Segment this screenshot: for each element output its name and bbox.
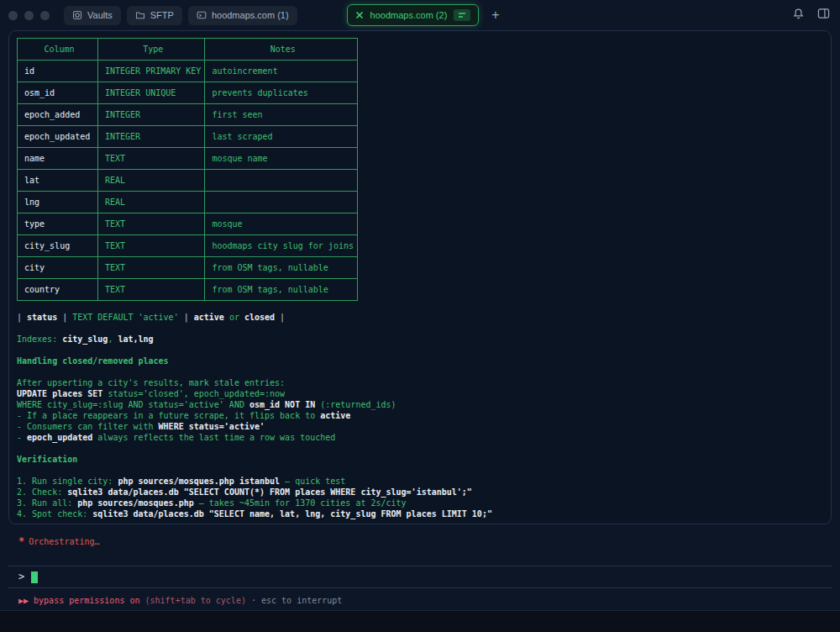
table-row: epoch_updatedINTEGERlast scraped	[18, 126, 358, 148]
tab-label: SFTP	[150, 10, 174, 20]
terminal-line: - epoch_updated always reflects the last…	[17, 432, 823, 443]
table-row: osm_idINTEGER UNIQUEprevents duplicates	[18, 82, 358, 104]
bottom-strip	[0, 610, 840, 632]
terminal-line: Verification	[17, 454, 823, 465]
terminal-output: Column Type Notes idINTEGER PRIMARY KEYa…	[8, 30, 832, 524]
statusbar: ▶▶ bypass permissions on (shift+tab to c…	[0, 588, 840, 606]
table-row: countryTEXTfrom OSM tags, nullable	[18, 279, 358, 301]
bell-icon[interactable]	[792, 8, 805, 24]
table-row: city_slugTEXThoodmaps city slug for join…	[18, 235, 358, 257]
terminal-line: | status | TEXT DEFAULT 'active' | activ…	[17, 312, 823, 323]
terminal-lines: | status | TEXT DEFAULT 'active' | activ…	[17, 301, 823, 519]
panel-toggle-icon[interactable]	[817, 8, 830, 23]
terminal-line: 4. Spot check: sqlite3 data/places.db "S…	[17, 508, 823, 519]
tab-vaults[interactable]: Vaults	[64, 6, 121, 25]
topbar: Vaults SFTP hoodmaps.com (1) hoodmaps.co…	[0, 0, 840, 30]
terminal-line	[17, 323, 823, 334]
app-window: Vaults SFTP hoodmaps.com (1) hoodmaps.co…	[0, 0, 840, 632]
tab-hoodmaps-1[interactable]: hoodmaps.com (1)	[188, 6, 297, 25]
prompt-input[interactable]: >	[8, 566, 832, 588]
text-cursor	[31, 571, 38, 583]
table-row: epoch_addedINTEGERfirst seen	[18, 104, 358, 126]
terminal-line: After upserting a city's results, mark s…	[17, 377, 823, 388]
terminal-line	[17, 345, 823, 356]
vault-icon	[72, 10, 82, 20]
minimize-window-button[interactable]	[24, 11, 34, 20]
terminal-line	[17, 465, 823, 476]
table-row: idINTEGER PRIMARY KEYautoincrement	[18, 61, 358, 82]
terminal-line	[17, 366, 823, 377]
zoom-window-button[interactable]	[40, 11, 50, 20]
terminal-line	[17, 443, 823, 454]
terminal-icon	[197, 10, 207, 20]
tab-label: hoodmaps.com (2)	[370, 10, 448, 20]
session-badge-icon	[454, 9, 470, 21]
terminal-line: Handling closed/removed places	[17, 356, 823, 366]
column-header: Notes	[205, 39, 358, 61]
terminal-line: - If a place reappears in a future scrap…	[17, 410, 823, 421]
agent-status-row: *Orchestrating…	[18, 536, 840, 547]
terminal-line: 1. Run single city: php sources/mosques.…	[17, 476, 823, 487]
terminal-line: WHERE city_slug=:slug AND status='active…	[17, 399, 823, 410]
statusbar-text: ▶▶ bypass permissions on (shift+tab to c…	[18, 596, 342, 605]
table-row: latREAL	[18, 170, 358, 192]
terminal-line	[17, 301, 823, 312]
column-header: Type	[98, 39, 205, 61]
table-row: cityTEXTfrom OSM tags, nullable	[18, 257, 358, 279]
table-row: typeTEXTmosque	[18, 213, 358, 235]
terminal-line: - Consumers can filter with WHERE status…	[17, 421, 823, 432]
table-row: lngREAL	[18, 192, 358, 213]
terminal-line: 3. Run all: php sources/mosques.php — ta…	[17, 498, 823, 508]
column-header: Column	[18, 39, 98, 61]
close-tab-icon[interactable]	[355, 11, 364, 19]
spinner-icon: *	[18, 535, 24, 547]
close-window-button[interactable]	[8, 11, 18, 20]
folder-icon	[135, 10, 145, 20]
table-row: nameTEXTmosque name	[18, 148, 358, 170]
table-header-row: Column Type Notes	[18, 39, 358, 61]
terminal-line: UPDATE places SET status='closed', epoch…	[17, 388, 823, 399]
window-controls	[8, 11, 50, 20]
prompt-symbol: >	[18, 571, 24, 582]
schema-table-body: idINTEGER PRIMARY KEYautoincrementosm_id…	[18, 61, 358, 301]
terminal-line: Indexes: city_slug, lat,lng	[17, 334, 823, 345]
schema-table: Column Type Notes idINTEGER PRIMARY KEYa…	[17, 38, 358, 301]
terminal-line: 2. Check: sqlite3 data/places.db "SELECT…	[17, 487, 823, 498]
new-tab-button[interactable]: +	[491, 8, 499, 22]
tab-label: hoodmaps.com (1)	[212, 10, 289, 20]
tab-hoodmaps-2-active[interactable]: hoodmaps.com (2)	[347, 4, 480, 26]
tab-label: Vaults	[87, 10, 113, 20]
topbar-actions	[792, 8, 830, 24]
tab-sftp[interactable]: SFTP	[127, 6, 182, 25]
agent-status-label: Orchestrating…	[29, 537, 99, 546]
